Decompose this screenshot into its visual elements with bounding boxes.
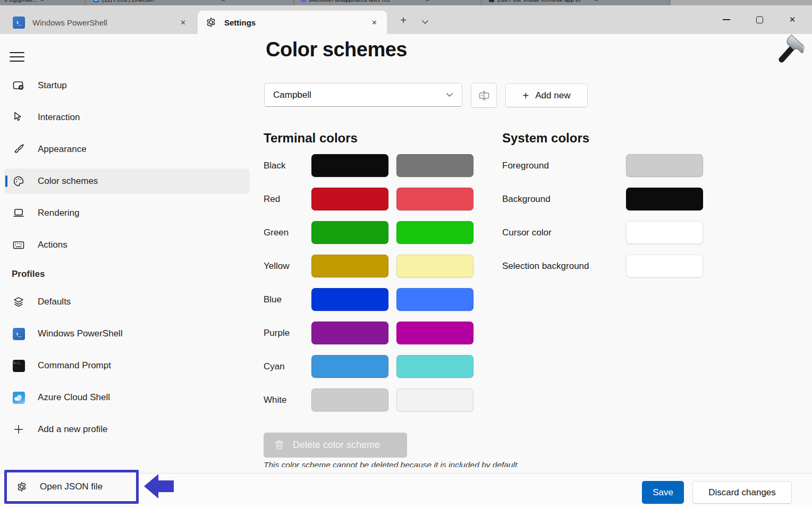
color-label: Black: [264, 160, 303, 171]
tab-windows-powershell[interactable]: ›_ Windows PowerShell ✕: [5, 11, 196, 34]
color-swatch-bright-white[interactable]: [396, 388, 473, 411]
annotation-arrow-icon: [144, 472, 174, 500]
color-swatch-blue[interactable]: [311, 288, 388, 311]
close-tab-icon[interactable]: ✕: [177, 18, 189, 28]
color-schemes-page: Color schemes Campbell + Add new Termina…: [250, 34, 812, 507]
tab-dropdown-chevron-icon[interactable]: [421, 20, 429, 24]
color-swatch-cursor[interactable]: [626, 221, 703, 244]
rename-scheme-button[interactable]: [471, 83, 497, 108]
background-browser-tab-strip: s 1@gmail... ✕ in (11) Feed | LinkedIn ✕…: [0, 0, 812, 5]
close-icon[interactable]: ✕: [40, 0, 44, 3]
sidebar-item-label: Appearance: [38, 144, 87, 155]
window-controls: ✕: [710, 5, 809, 34]
sidebar-item-label: Defaults: [38, 297, 71, 307]
sidebar-item-label: Startup: [38, 80, 67, 91]
rename-icon: [478, 89, 490, 102]
color-swatch-bright-black[interactable]: [396, 154, 473, 177]
color-swatch-bright-purple[interactable]: [396, 322, 473, 344]
sidebar-item-defaults[interactable]: Defaults: [4, 289, 250, 315]
minimize-button[interactable]: [710, 8, 743, 31]
delete-color-scheme-button[interactable]: Delete color scheme: [264, 433, 407, 458]
color-swatch-purple[interactable]: [311, 322, 388, 344]
close-icon[interactable]: ✕: [594, 0, 598, 3]
close-tab-icon[interactable]: ✕: [368, 18, 380, 28]
add-new-scheme-button[interactable]: + Add new: [505, 83, 588, 107]
add-new-label: Add new: [535, 90, 570, 101]
color-label: Blue: [264, 294, 303, 305]
sidebar-item-interaction[interactable]: Interaction: [4, 105, 250, 130]
plus-icon: +: [523, 90, 529, 101]
delete-button-label: Delete color scheme: [293, 440, 380, 451]
cursor-icon: [12, 111, 26, 124]
close-icon[interactable]: ✕: [221, 0, 225, 3]
scheme-select-value: Campbell: [273, 90, 446, 100]
color-label: Selection background: [502, 261, 618, 272]
sidebar-item-label: Windows PowerShell: [38, 328, 123, 339]
color-swatch-bright-green[interactable]: [396, 221, 473, 244]
sidebar-item-azure-cloud-shell[interactable]: Azure Cloud Shell: [4, 385, 250, 410]
close-icon: ✕: [789, 15, 796, 24]
sidebar-item-command-prompt[interactable]: C:\_ Command Prompt: [4, 353, 250, 378]
tab-divider: [481, 0, 481, 5]
background-tab-label: s 1@gmail...: [4, 0, 37, 3]
color-swatch-green[interactable]: [311, 221, 388, 244]
discard-changes-button[interactable]: Discard changes: [692, 481, 792, 504]
save-button[interactable]: Save: [642, 481, 684, 504]
sidebar-item-color-schemes[interactable]: Color schemes: [4, 168, 250, 194]
color-swatch-bright-blue[interactable]: [396, 288, 473, 311]
chevron-down-icon: [446, 92, 453, 97]
sidebar-item-label: Color schemes: [38, 176, 98, 187]
terminal-colors-grid: Black Red Green Yellow Blue Purple Cya: [264, 154, 473, 411]
color-swatch-bright-yellow[interactable]: [396, 255, 473, 277]
selection-indicator: [5, 175, 7, 187]
color-swatch-foreground[interactable]: [626, 154, 703, 177]
color-label: Green: [264, 227, 303, 238]
azure-cloud-shell-icon: [12, 391, 26, 404]
color-swatch-red[interactable]: [311, 188, 388, 210]
powershell-icon: ›_: [12, 327, 26, 341]
sidebar-item-label: Interaction: [38, 112, 80, 123]
maximize-button[interactable]: [743, 8, 776, 31]
background-tab[interactable]: bluetooth disappeared after rec ✕: [301, 0, 430, 3]
close-icon[interactable]: ✕: [425, 0, 429, 3]
tab-divider: [293, 0, 294, 5]
layers-icon: [12, 295, 26, 309]
tab-settings[interactable]: Settings ✕: [198, 11, 387, 34]
scheme-select-dropdown[interactable]: Campbell: [264, 83, 462, 107]
hamburger-menu-button[interactable]: [10, 51, 24, 63]
color-swatch-cyan[interactable]: [311, 355, 388, 378]
close-window-button[interactable]: ✕: [776, 8, 809, 31]
sidebar-item-windows-powershell[interactable]: ›_ Windows PowerShell: [4, 321, 250, 347]
tab-label: Windows PowerShell: [32, 18, 170, 27]
terminal-colors-heading: Terminal colors: [264, 131, 358, 146]
sidebar-item-actions[interactable]: Actions: [4, 232, 250, 258]
background-tab[interactable]: in (11) Feed | LinkedIn ✕: [94, 0, 225, 3]
color-label: Purple: [264, 328, 303, 339]
color-swatch-white[interactable]: [311, 388, 388, 411]
new-tab-button[interactable]: +: [396, 14, 411, 27]
system-colors-grid: Foreground Background Cursor color Selec…: [502, 154, 703, 277]
app-icon: [301, 0, 306, 2]
sidebar-item-startup[interactable]: Startup: [4, 73, 250, 98]
sidebar-item-add-new-profile[interactable]: Add a new profile: [4, 417, 250, 442]
sidebar-item-rendering[interactable]: Rendering: [4, 200, 250, 226]
color-swatch-black[interactable]: [311, 154, 388, 177]
color-swatch-bright-cyan[interactable]: [396, 355, 473, 378]
color-label: Cyan: [264, 361, 303, 372]
color-swatch-background[interactable]: [626, 188, 703, 210]
background-tab[interactable]: s 1@gmail... ✕: [4, 0, 45, 3]
annotation-highlight-box[interactable]: Open JSON file: [4, 470, 139, 504]
color-swatch-yellow[interactable]: [311, 255, 388, 277]
color-swatch-bright-red[interactable]: [396, 188, 473, 210]
palette-icon: [12, 174, 26, 188]
sidebar-item-appearance[interactable]: Appearance: [4, 137, 250, 162]
sidebar-item-label: Add a new profile: [38, 424, 107, 435]
page-title: Color schemes: [266, 38, 407, 61]
gear-icon: [205, 16, 217, 28]
color-swatch-selection-background[interactable]: [626, 255, 703, 277]
background-tab[interactable]: Edit Post 'Install Terminal app th ✕: [489, 0, 598, 3]
open-json-file-label: Open JSON file: [40, 481, 103, 492]
paintbrush-icon: [12, 142, 26, 156]
minimize-icon: [723, 19, 730, 20]
sidebar-item-label: Command Prompt: [38, 360, 111, 371]
